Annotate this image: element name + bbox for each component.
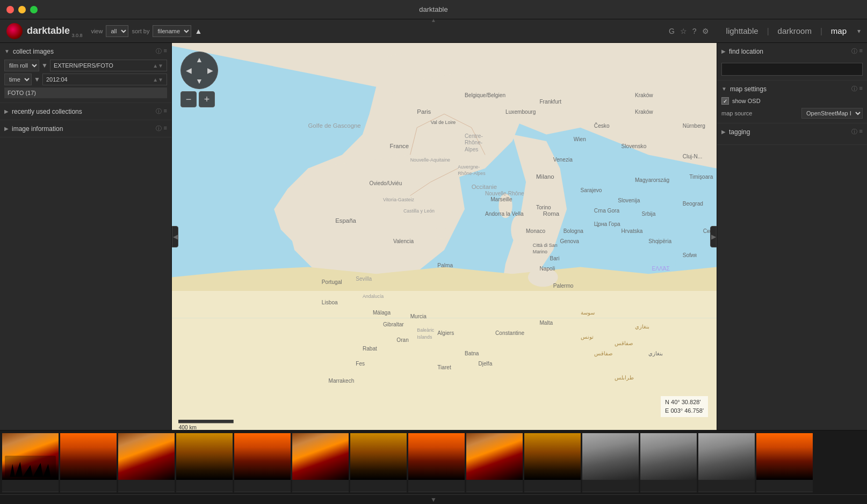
settings-icon[interactable]: ⚙ [702,27,709,35]
recently-used-list-icon[interactable]: ≡ [164,107,167,115]
view-select[interactable]: all [106,25,128,37]
filmstrip-thumb-13[interactable]: JPG [698,433,755,492]
show-osd-checkbox[interactable]: ✓ [721,97,729,105]
svg-text:Marrakech: Marrakech [329,378,355,384]
filter-key-2-select[interactable]: time [4,74,32,85]
bottom-chevron-icon[interactable]: ▼ [430,496,437,503]
svg-text:صفاقس: صفاقس [594,350,612,357]
recently-used-arrow-icon: ▶ [4,108,9,114]
svg-text:Val de Loire: Val de Loire [431,120,456,125]
film-info-bar-5 [234,480,291,492]
minimize-button[interactable] [18,6,26,13]
svg-text:Bari: Bari [550,255,559,261]
tagging-list-icon[interactable]: ≡ [859,128,863,136]
nav-dropdown-icon[interactable]: ▾ [857,27,861,35]
map-settings-arrow-icon[interactable]: ▼ [721,86,727,92]
collect-list-icon[interactable]: ≡ [164,47,167,55]
svg-text:Rabat: Rabat [363,346,377,352]
close-button[interactable] [6,6,14,13]
pan-right-icon[interactable]: ▶ [207,66,213,75]
filmstrip-thumb-12[interactable]: JPG [640,433,697,492]
svg-text:Napoli: Napoli [539,266,555,272]
filmstrip-thumb-9[interactable]: JPG [466,433,523,492]
filmstrip-thumb-3[interactable]: JPG [118,433,175,492]
sort-direction-icon[interactable]: ▲ [194,27,202,35]
filter-value-2: 2012:04 ▲▼ [42,74,167,85]
lighttable-tab[interactable]: lighttable [718,24,767,38]
view-label: view [91,28,103,34]
pan-down-icon[interactable]: ▼ [196,77,203,85]
map-container[interactable]: Golfe de Gascogne France España Nouvelle… [172,43,717,430]
filmstrip-thumb-8[interactable]: JPG [408,433,465,492]
filmstrip-thumb-7[interactable]: JPG [350,433,407,492]
tagging-info-icon[interactable]: ⓘ [851,128,857,136]
map-settings-list-icon[interactable]: ≡ [859,85,863,93]
film-info-bar-7 [350,480,407,492]
zoom-out-button[interactable]: − [180,91,197,107]
app-name: darktable [27,25,70,36]
find-location-input[interactable] [721,63,863,76]
recently-used-panel[interactable]: ▶ recently used collections ⓘ ≡ [0,103,171,120]
maximize-button[interactable] [30,6,38,13]
show-osd-label: show OSD [732,98,761,104]
film-info-bar-4 [176,480,233,492]
svg-text:Rhône-: Rhône- [465,140,482,145]
svg-text:Algiers: Algiers [437,330,454,336]
pan-up-icon[interactable]: ▲ [196,55,203,64]
svg-text:Sofия: Sofия [683,252,697,258]
filter-direction-icon-1[interactable]: ▼ [41,62,48,69]
left-sidebar-collapse[interactable]: ◀ [172,226,178,247]
filmstrip-thumb-5[interactable]: JPG [234,433,291,492]
svg-text:Nürnberg: Nürnberg [683,123,705,129]
tagging-arrow-icon[interactable]: ▶ [721,129,726,135]
g-icon[interactable]: G [669,27,675,35]
map-source-select[interactable]: OpenStreetMap I [801,108,863,119]
sort-select[interactable]: filename [153,25,191,37]
svg-text:Oviedo/Uviéu: Oviedo/Uviéu [370,180,402,186]
filter-row-1: film roll ▼ EXTERN/PERS/FOTO ▲▼ [4,60,167,71]
filmstrip-thumb-2[interactable]: JPG [60,433,117,492]
collection-item-label: FOTO (17) [8,90,36,96]
image-info-icon[interactable]: ⓘ [156,125,162,133]
svg-text:Golfe de Gascogne: Golfe de Gascogne [308,122,361,129]
svg-text:طرابلس: طرابلس [615,375,634,381]
map-zoom-controls: − + [180,91,218,107]
right-sidebar-collapse[interactable]: ▶ [710,226,717,247]
svg-text:تونس: تونس [581,334,594,340]
zoom-in-button[interactable]: + [199,91,215,107]
svg-text:Andorra la Vella: Andorra la Vella [485,211,524,217]
filmstrip-thumb-14[interactable]: JPG [756,433,813,492]
image-info-list-icon[interactable]: ≡ [164,125,167,133]
find-location-panel: ▶ find location ⓘ ≡ [717,43,867,81]
filmstrip-thumb-1[interactable]: JPG [2,433,59,492]
help-icon[interactable]: ? [692,27,697,35]
collection-item[interactable]: FOTO (17) [4,87,167,98]
filmstrip-thumb-4[interactable]: JPG [176,433,233,492]
map-settings-panel: ▼ map settings ⓘ ≡ ✓ show OSD map source… [717,81,867,123]
map-settings-header: ▼ map settings ⓘ ≡ [721,85,863,93]
recently-used-info-icon[interactable]: ⓘ [156,107,162,115]
svg-text:Centre-: Centre- [465,133,483,139]
collect-panel-arrow-icon[interactable]: ▼ [4,48,10,54]
image-information-panel[interactable]: ▶ image information ⓘ ≡ [0,120,171,137]
map-tab[interactable]: map [822,24,855,38]
filmstrip-thumb-11[interactable]: JPG [582,433,639,492]
map-pan-control[interactable]: ▲ ◀ ▶ ▼ [180,52,218,89]
svg-text:Kraków: Kraków [635,109,653,115]
filter-key-1-select[interactable]: film roll [4,60,39,71]
svg-text:Alpes: Alpes [465,147,478,152]
svg-text:بنغازي: بنغازي [648,350,663,357]
darkroom-tab[interactable]: darkroom [769,24,820,38]
filmstrip-thumb-6[interactable]: JPG [292,433,349,492]
filter-direction-icon-2[interactable]: ▼ [34,76,40,83]
svg-text:Crna Gora: Crna Gora [594,208,620,214]
collect-info-icon[interactable]: ⓘ [156,47,162,55]
svg-text:Málaga: Málaga [373,310,391,316]
find-location-info-icon[interactable]: ⓘ [851,47,857,55]
filmstrip-thumb-10[interactable]: JPG [524,433,581,492]
find-location-list-icon[interactable]: ≡ [859,47,863,55]
map-settings-info-icon[interactable]: ⓘ [851,85,857,93]
find-location-arrow-icon[interactable]: ▶ [721,48,726,54]
pan-left-icon[interactable]: ◀ [186,66,192,75]
star-icon[interactable]: ☆ [680,27,687,35]
